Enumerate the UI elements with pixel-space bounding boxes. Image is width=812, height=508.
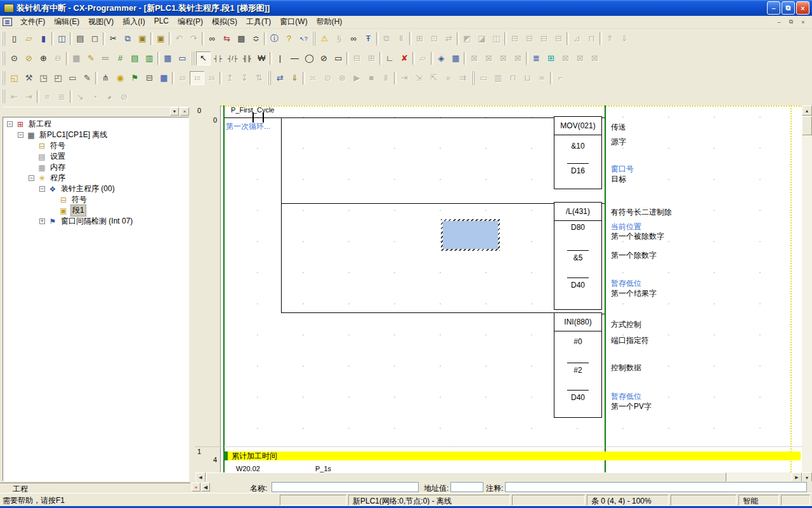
zoom-percent-1-button[interactable]: ◔ — [88, 90, 102, 104]
tree-item-6[interactable]: −✳程序 — [3, 173, 188, 184]
new-closed-coil-button[interactable]: ⊘ — [317, 51, 331, 65]
replace-button[interactable]: ⇆ — [219, 32, 234, 46]
mode-pause-button[interactable]: Ⅱ — [379, 71, 393, 85]
rung1-contact1-label[interactable]: W20.02 — [236, 465, 260, 472]
operand[interactable]: #2 — [554, 366, 601, 375]
zoom-region-button[interactable]: ⊘ — [22, 51, 36, 65]
tree-item-3[interactable]: ⊟符号 — [3, 140, 188, 151]
cross-reference-button[interactable]: ⋔ — [98, 71, 113, 85]
window-option-2-button[interactable]: ⊠ — [573, 51, 587, 65]
time-chart-button[interactable]: ⊓ — [584, 32, 599, 46]
info-close-button[interactable]: × — [192, 483, 200, 491]
output-window-button[interactable]: ⊟ — [142, 71, 157, 85]
mdi-close-button[interactable]: × — [798, 18, 808, 27]
about-info-button[interactable]: ⓘ — [267, 32, 282, 46]
help-topics-button[interactable]: ? — [282, 32, 296, 46]
edit-symbol-4-button[interactable]: ⊠ — [511, 51, 525, 65]
tree-item-5[interactable]: ▦内存 — [3, 162, 188, 173]
tree-item-7[interactable]: −❖装针主程序 (00) — [3, 184, 188, 194]
monitor-window-button[interactable]: ◩ — [460, 32, 475, 46]
program-check-button[interactable]: ⊞ — [412, 32, 427, 46]
find-button[interactable]: ∞ — [205, 32, 219, 46]
new-closed-contact-button[interactable]: ┤/├ — [225, 51, 240, 65]
restore-button[interactable]: ⧉ — [782, 1, 795, 15]
outdent-rung-button[interactable]: ⇥ — [22, 90, 36, 104]
operand[interactable]: D16 — [554, 166, 601, 175]
cut-button[interactable]: ✂ — [106, 32, 121, 46]
open-project-button[interactable]: ▱ — [22, 32, 36, 46]
zoom-to-fit-button[interactable]: ⊙ — [7, 51, 22, 65]
new-file-button[interactable]: ▯ — [7, 32, 22, 46]
find-report-button[interactable]: ∞ — [346, 32, 361, 46]
move-down-button[interactable]: ↧ — [237, 71, 252, 85]
display-signed-decimal-button[interactable]: 10 — [190, 71, 204, 85]
operand[interactable]: #0 — [554, 337, 601, 346]
selection-rectangle[interactable] — [441, 219, 500, 251]
show-io-comment-button[interactable]: ▤ — [128, 51, 142, 65]
print-button[interactable]: ▤ — [73, 32, 88, 46]
show-grid-button[interactable]: ▦ — [69, 51, 84, 65]
fast-forward-button[interactable]: » — [441, 71, 455, 85]
comment-input[interactable] — [505, 482, 807, 492]
copy-button[interactable]: ⧉ — [121, 32, 135, 46]
step-into-button[interactable]: ⇲ — [412, 71, 426, 85]
vertical-scroll-thumb[interactable] — [802, 116, 812, 135]
new-expansion-button[interactable]: ⊞ — [364, 51, 379, 65]
window-option-3-button[interactable]: ⊠ — [587, 51, 602, 65]
force-set-button[interactable]: ⇑ — [603, 32, 617, 46]
operand[interactable]: &10 — [554, 142, 601, 150]
panel-splitter[interactable] — [190, 105, 195, 483]
window-arrange-button[interactable]: ◰ — [51, 71, 65, 85]
zoom-out-button[interactable]: ⊖ — [51, 51, 65, 65]
panel-close-button[interactable]: × — [180, 107, 189, 116]
program-protect-button[interactable]: ⇄ — [442, 32, 456, 46]
align-lines-button[interactable]: ≡ — [40, 90, 55, 104]
edit-symbol-1-button[interactable]: ⊠ — [467, 51, 481, 65]
horizontal-line-tool-button[interactable]: — — [287, 51, 302, 65]
show-annotations-button[interactable]: ≔ — [98, 51, 113, 65]
watch-window-button[interactable]: ⚑ — [128, 71, 142, 85]
close-button[interactable]: × — [796, 1, 809, 15]
show-monitor-data-button[interactable]: # — [113, 51, 128, 65]
rung1-comment-bar[interactable]: 累计加工时间 — [223, 451, 801, 460]
io-table-button[interactable]: ▦ — [157, 71, 171, 85]
menu-9[interactable]: 窗口(W) — [275, 15, 311, 29]
step-next-button[interactable]: ⇥ — [397, 71, 412, 85]
rung1-contact2-label[interactable]: P_1s — [315, 465, 331, 472]
zoom-in-button[interactable]: ⊕ — [36, 51, 51, 65]
paste-button[interactable]: ▣ — [135, 32, 150, 46]
panel-pin-button[interactable]: ▾ — [170, 107, 179, 116]
window-float-button[interactable]: ▭ — [65, 71, 80, 85]
online-copy-button[interactable]: ⧉ — [379, 32, 394, 46]
menu-10[interactable]: 帮助(H) — [312, 15, 347, 29]
word-monitor-3-button[interactable]: ⊟ — [537, 32, 551, 46]
instruction-block-INI880[interactable]: INI(880)#0#2D40 — [554, 312, 602, 418]
undo-button[interactable]: ↶ — [172, 32, 187, 46]
word-monitor-2-button[interactable]: ⊟ — [522, 32, 537, 46]
step-trace-button[interactable]: ⊿ — [570, 32, 584, 46]
run-to-end-button[interactable]: ⇉ — [455, 71, 470, 85]
name-input[interactable] — [272, 482, 419, 492]
transfer-to-plc-button[interactable]: ⇓ — [287, 71, 302, 85]
cascade-window-button[interactable]: ◱ — [7, 71, 22, 85]
mode-program-button[interactable]: ⊙ — [320, 71, 335, 85]
compare-with-plc-button[interactable]: ≍ — [306, 71, 320, 85]
edit-function-block-button[interactable]: ▱ — [416, 51, 430, 65]
show-symbol-bar-button[interactable]: ▥ — [142, 51, 157, 65]
mode-run-button[interactable]: ▶ — [350, 71, 364, 85]
operand[interactable]: D40 — [554, 393, 601, 402]
new-instruction-button[interactable]: ▭ — [331, 51, 346, 65]
simulation-grid-button[interactable]: ▦ — [449, 51, 463, 65]
new-inverted-instruction-button[interactable]: ⊟ — [350, 51, 364, 65]
compile-program-button[interactable]: ⚠ — [317, 32, 332, 46]
window-option-1-button[interactable]: ⊠ — [558, 51, 573, 65]
tree-item-9[interactable]: ▣段1 — [3, 205, 188, 216]
show-sma-button[interactable]: ▦ — [160, 51, 175, 65]
save-project-button[interactable]: ▮ — [36, 32, 51, 46]
indent-rung-button[interactable]: ⇤ — [7, 90, 22, 104]
vertical-scrollbar[interactable]: ▲ ▼ — [802, 105, 812, 483]
contact-label[interactable]: P_First_Cycle — [231, 106, 274, 114]
menu-1[interactable]: 文件(F) — [16, 15, 49, 29]
vertical-line-tool-button[interactable]: | — [273, 51, 287, 65]
tree-item-4[interactable]: ▤设置 — [3, 151, 188, 162]
